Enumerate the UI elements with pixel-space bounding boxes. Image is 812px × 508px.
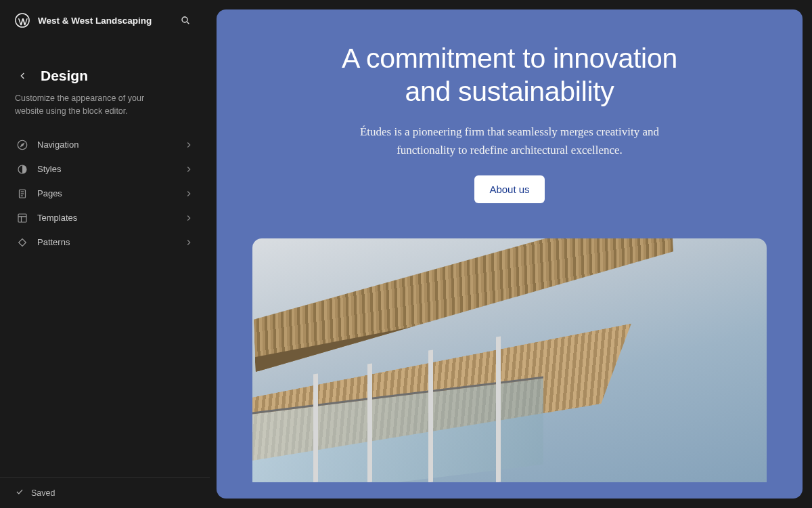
nav-item-patterns[interactable]: Patterns (8, 230, 202, 255)
nav-item-label: Templates (37, 213, 175, 223)
panel-header: Design (0, 39, 210, 88)
command-search-button[interactable] (176, 11, 195, 30)
chevron-right-icon (184, 189, 194, 198)
svg-line-2 (187, 22, 189, 24)
hero-title: A commitment to innovation and sustainab… (334, 42, 685, 108)
nav-item-label: Navigation (37, 140, 175, 150)
hero-section: A commitment to innovation and sustainab… (334, 42, 685, 203)
editor-sidebar: West & West Landscaping Design Customize… (0, 0, 210, 508)
svg-rect-10 (18, 214, 26, 222)
hero-title-line2: and sustainability (405, 76, 614, 107)
chevron-right-icon (184, 213, 194, 223)
nav-item-label: Styles (37, 164, 175, 174)
chevron-right-icon (184, 140, 194, 150)
hero-subtext: Études is a pioneering firm that seamles… (334, 123, 685, 159)
wordpress-logo-icon[interactable] (15, 13, 30, 28)
back-button[interactable] (15, 68, 31, 84)
panel-description: Customize the appearance of your website… (0, 88, 189, 130)
hero-image (252, 238, 767, 482)
compass-icon (16, 139, 28, 151)
chevron-right-icon (184, 165, 194, 174)
nav-item-pages[interactable]: Pages (8, 182, 202, 206)
nav-item-styles[interactable]: Styles (8, 157, 202, 182)
sidebar-topbar: West & West Landscaping (0, 0, 210, 39)
nav-item-label: Patterns (37, 237, 175, 247)
nav-item-navigation[interactable]: Navigation (8, 133, 202, 157)
hero-title-line1: A commitment to innovation (342, 43, 677, 74)
save-status: Saved (0, 477, 210, 508)
svg-point-1 (182, 17, 187, 22)
page-icon (16, 188, 28, 200)
diamond-icon (16, 236, 28, 249)
preview-canvas[interactable]: A commitment to innovation and sustainab… (217, 9, 803, 499)
layout-icon (16, 212, 28, 224)
save-status-label: Saved (31, 488, 55, 498)
half-circle-icon (16, 163, 28, 175)
chevron-right-icon (184, 238, 194, 247)
svg-marker-4 (21, 143, 24, 146)
svg-rect-13 (19, 238, 26, 246)
check-icon (15, 487, 24, 499)
nav-item-label: Pages (37, 188, 175, 198)
about-us-button[interactable]: About us (474, 175, 544, 203)
site-title[interactable]: West & West Landscaping (38, 16, 168, 26)
design-nav-list: Navigation Styles Pages (0, 130, 210, 257)
nav-item-templates[interactable]: Templates (8, 206, 202, 230)
site-preview: A commitment to innovation and sustainab… (210, 0, 812, 508)
panel-title: Design (41, 68, 88, 84)
